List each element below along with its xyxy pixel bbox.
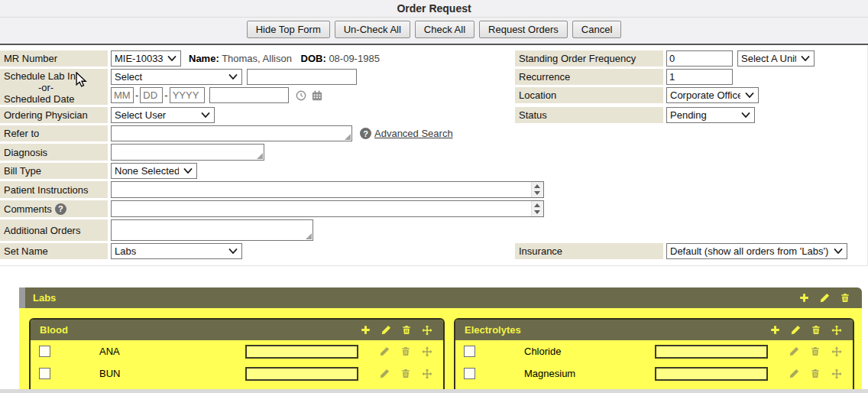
comments-text[interactable]	[112, 201, 531, 216]
order-value-input[interactable]	[655, 367, 768, 381]
chevron-down-icon	[744, 90, 755, 101]
delete-group-icon[interactable]	[401, 325, 412, 336]
diagnosis-textarea[interactable]	[111, 144, 264, 161]
status-label: Status	[515, 107, 663, 123]
page-bottom-edge	[0, 389, 868, 393]
lab-group-header: Blood	[31, 320, 443, 340]
add-order-icon[interactable]	[769, 325, 780, 336]
chevron-down-icon	[200, 110, 211, 121]
help-icon[interactable]: ?	[360, 128, 371, 139]
labs-panel: Labs Blood ANA BUN	[19, 287, 862, 393]
form-row: Ordering Physician Select User Status Pe…	[0, 107, 867, 123]
chevron-down-icon	[740, 110, 751, 121]
edit-order-icon[interactable]	[379, 369, 390, 379]
labs-panel-body: Blood ANA BUN Calcium	[19, 308, 862, 393]
order-checkbox[interactable]	[39, 368, 50, 379]
edit-group-icon[interactable]	[790, 325, 801, 336]
order-value-input[interactable]	[655, 345, 768, 359]
patient-instructions-text[interactable]	[112, 182, 531, 197]
edit-order-icon[interactable]	[379, 346, 390, 357]
add-group-icon[interactable]	[798, 293, 809, 304]
lab-group-panel: Blood ANA BUN Calcium	[29, 318, 445, 393]
recurrence-label: Recurrence	[515, 69, 663, 85]
schedule-lab-in-select[interactable]: Select	[111, 69, 242, 85]
refer-to-label: Refer to	[0, 125, 108, 141]
edit-group-icon[interactable]	[381, 325, 391, 336]
edit-panel-icon[interactable]	[819, 293, 830, 304]
status-select[interactable]: Pending	[666, 107, 755, 123]
order-label: BUN	[99, 368, 120, 379]
order-checkbox[interactable]	[464, 346, 475, 357]
move-group-icon[interactable]	[422, 325, 432, 336]
order-value-input[interactable]	[245, 367, 358, 381]
advanced-search-link[interactable]: Advanced Search	[374, 128, 453, 139]
chevron-down-icon	[228, 72, 238, 83]
frequency-unit-select[interactable]: Select A Unit	[737, 50, 815, 67]
mr-number-select[interactable]: MIE-10033	[111, 50, 181, 67]
bill-type-select[interactable]: None Selected	[111, 163, 197, 179]
move-order-icon[interactable]	[831, 346, 842, 357]
month-input[interactable]	[111, 87, 134, 103]
labs-panel-title: Labs	[33, 292, 56, 304]
schedule-lab-in-input[interactable]	[247, 69, 357, 85]
recurrence-input[interactable]	[666, 69, 733, 85]
day-input[interactable]	[140, 87, 163, 103]
calendar-icon[interactable]	[312, 90, 322, 101]
move-order-icon[interactable]	[422, 369, 432, 379]
add-order-icon[interactable]	[360, 325, 371, 336]
form-row: Refer to ? Advanced Search	[0, 125, 867, 141]
ordering-physician-label: Ordering Physician	[0, 107, 108, 123]
patient-instructions-input[interactable]	[111, 181, 544, 198]
edit-order-icon[interactable]	[789, 369, 799, 379]
order-checkbox[interactable]	[464, 368, 475, 379]
insurance-select[interactable]: Default (show all orders from 'Labs')	[666, 243, 847, 259]
patient-name-text: Name: Thomas, Allison DOB: 08-09-1985	[189, 53, 380, 64]
standing-order-frequency-input[interactable]	[666, 50, 733, 67]
form-row: Schedule Lab In -or- Scheduled Date Sele…	[0, 69, 867, 105]
scrollbar[interactable]	[531, 182, 543, 197]
delete-order-icon[interactable]	[400, 369, 411, 379]
delete-group-icon[interactable]	[811, 325, 821, 336]
order-row: ANA	[31, 340, 443, 362]
set-name-select[interactable]: Labs	[111, 243, 242, 259]
ordering-physician-select[interactable]: Select User	[111, 107, 215, 123]
delete-order-icon[interactable]	[810, 346, 821, 357]
order-value-input[interactable]	[245, 345, 358, 359]
refer-to-input[interactable]	[111, 125, 352, 141]
diagnosis-label: Diagnosis	[0, 144, 108, 161]
order-row: BUN	[31, 362, 443, 385]
button-un-check-all[interactable]: Un-Check All	[335, 21, 410, 38]
move-order-icon[interactable]	[422, 346, 432, 357]
additional-orders-label: Additional Orders	[0, 219, 108, 241]
button-check-all[interactable]: Check All	[415, 21, 474, 38]
year-input[interactable]	[170, 87, 205, 103]
comments-input[interactable]	[111, 200, 544, 217]
form-row: Patient Instructions	[0, 181, 867, 198]
form-row: Set Name Labs Insurance Default (show al…	[0, 243, 867, 259]
lab-group-rows: Chloride Magnesium Potassium	[455, 340, 853, 393]
chevron-down-icon	[833, 246, 844, 257]
order-label: ANA	[99, 346, 120, 357]
button-hide-top-form[interactable]: Hide Top Form	[247, 21, 330, 38]
form-row: Bill Type None Selected	[0, 163, 867, 179]
order-form: MR Number MIE-10033 Name: Thomas, Alliso…	[0, 45, 868, 266]
button-request-orders[interactable]: Request Orders	[479, 21, 568, 38]
delete-panel-icon[interactable]	[840, 293, 850, 304]
form-row: Diagnosis	[0, 144, 867, 161]
help-icon[interactable]: ?	[55, 203, 66, 215]
lab-group-title: Blood	[40, 324, 68, 336]
additional-orders-textarea[interactable]	[111, 219, 313, 241]
move-group-icon[interactable]	[831, 325, 842, 336]
clock-icon[interactable]	[296, 90, 306, 101]
move-order-icon[interactable]	[831, 369, 842, 379]
location-select[interactable]: Corporate Office	[666, 87, 759, 103]
lab-group-title: Electrolytes	[465, 324, 521, 336]
order-checkbox[interactable]	[39, 346, 50, 357]
button-cancel[interactable]: Cancel	[572, 21, 621, 38]
time-input[interactable]	[209, 87, 289, 103]
delete-order-icon[interactable]	[400, 346, 411, 357]
page-title: Order Request	[0, 0, 868, 18]
scrollbar[interactable]	[531, 201, 543, 216]
edit-order-icon[interactable]	[789, 346, 799, 357]
delete-order-icon[interactable]	[810, 369, 821, 379]
